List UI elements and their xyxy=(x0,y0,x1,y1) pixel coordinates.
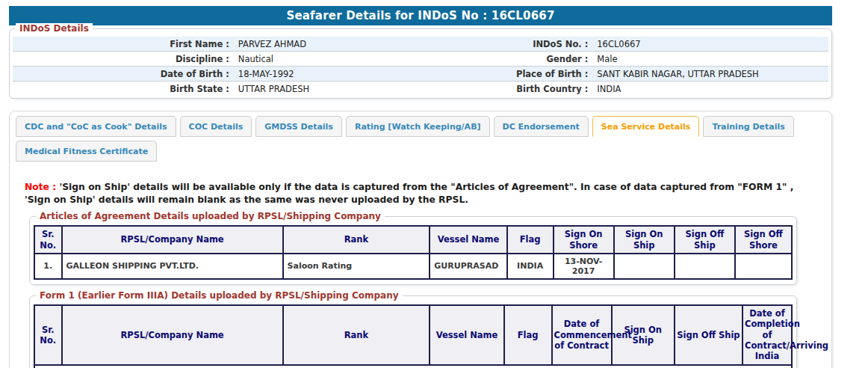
birth-country-label: Birth Country : xyxy=(477,84,592,94)
gender-label: Gender : xyxy=(477,54,592,64)
tab-rating-watch-keeping[interactable]: Rating [Watch Keeping/AB] xyxy=(346,116,490,137)
discipline-value: Nautical xyxy=(233,54,478,64)
first-name-value: PARVEZ AHMAD xyxy=(233,39,478,49)
form1-details-caption: Form 1 (Earlier Form IIIA) Details uploa… xyxy=(36,290,403,301)
column-header-flag: Flag xyxy=(507,226,554,254)
cell-rank: Saloon Rating xyxy=(283,254,430,279)
form1-empty-row: Form IIIA Details not found xyxy=(34,365,792,368)
cell-sr-no: 1. xyxy=(34,254,62,279)
indos-no-value: 16CL0667 xyxy=(592,39,828,49)
tab-gmdss-details[interactable]: GMDSS Details xyxy=(255,116,342,137)
date-of-birth-label: Date of Birth : xyxy=(13,69,233,79)
column-header-rank: Rank xyxy=(283,226,430,254)
indos-details-legend: INDoS Details xyxy=(16,23,93,34)
page-container: Seafarer Details for INDoS No : 16CL0667… xyxy=(9,6,832,368)
column-header-vessel: Vessel Name xyxy=(430,226,506,254)
cell-sign-on-ship xyxy=(614,254,675,279)
column-header-flag: Flag xyxy=(504,305,552,365)
agreement-details-fieldset: Articles of Agreement Details uploaded b… xyxy=(29,216,797,285)
place-of-birth-label: Place of Birth : xyxy=(477,69,592,79)
tab-strip: CDC and "CoC as Cook" Details COC Detail… xyxy=(16,116,825,162)
indos-details-fieldset: INDoS Details First Name : PARVEZ AHMAD … xyxy=(9,28,832,99)
gender-value: Male xyxy=(592,54,828,64)
birth-country-value: INDIA xyxy=(592,84,828,94)
indos-no-label: INDoS No. : xyxy=(477,39,592,49)
tab-dc-endorsement[interactable]: DC Endorsement xyxy=(494,116,589,137)
cell-flag: INDIA xyxy=(507,254,554,279)
column-header-sign-on-shore: Sign On Shore xyxy=(554,226,614,254)
agreement-details-table: Sr. No. RPSL/Company Name Rank Vessel Na… xyxy=(34,225,793,280)
column-header-date-commencement: Date of Commencement of Contract xyxy=(552,305,612,365)
column-header-sr-no: Sr. No. xyxy=(34,305,62,365)
tab-coc-details[interactable]: COC Details xyxy=(180,116,252,137)
cell-company: GALLEON SHIPPING PVT.LTD. xyxy=(62,254,283,279)
tab-cdc-coc-cook[interactable]: CDC and "CoC as Cook" Details xyxy=(16,116,176,137)
note-prefix: Note : xyxy=(25,182,56,192)
tab-training-details[interactable]: Training Details xyxy=(703,116,793,137)
cell-vessel: GURUPRASAD xyxy=(430,254,506,279)
cell-sign-off-shore xyxy=(735,254,792,279)
birth-state-value: UTTAR PRADESH xyxy=(233,84,478,94)
birth-state-label: Birth State : xyxy=(13,84,233,94)
column-header-company: RPSL/Company Name xyxy=(62,226,283,254)
indos-row-state: Birth State : UTTAR PRADESH Birth Countr… xyxy=(13,82,828,96)
indos-row-name: First Name : PARVEZ AHMAD INDoS No. : 16… xyxy=(13,37,828,52)
indos-row-discipline: Discipline : Nautical Gender : Male xyxy=(13,52,828,67)
tab-content-panel: CDC and "CoC as Cook" Details COC Detail… xyxy=(9,111,832,368)
column-header-sign-off-ship: Sign Off Ship xyxy=(675,226,735,254)
note-text: 'Sign on Ship' details will be available… xyxy=(25,182,793,205)
date-of-birth-value: 18-MAY-1992 xyxy=(233,69,478,79)
sign-on-ship-note: Note : 'Sign on Ship' details will be av… xyxy=(25,181,815,206)
column-header-sign-off-shore: Sign Off Shore xyxy=(735,226,792,254)
indos-row-birth: Date of Birth : 18-MAY-1992 Place of Bir… xyxy=(13,67,828,82)
tab-medical-fitness-certificate[interactable]: Medical Fitness Certificate xyxy=(16,141,157,162)
column-header-company: RPSL/Company Name xyxy=(62,305,283,365)
column-header-sign-on-ship: Sign On Ship xyxy=(614,226,675,254)
agreement-data-row: 1. GALLEON SHIPPING PVT.LTD. Saloon Rati… xyxy=(34,254,792,279)
column-header-vessel: Vessel Name xyxy=(430,305,503,365)
column-header-rank: Rank xyxy=(283,305,430,365)
page-title: Seafarer Details for INDoS No : 16CL0667 xyxy=(9,6,832,25)
column-header-sr-no: Sr. No. xyxy=(34,226,62,254)
form1-header-row: Sr. No. RPSL/Company Name Rank Vessel Na… xyxy=(34,305,792,365)
discipline-label: Discipline : xyxy=(13,54,233,64)
tab-sea-service-details[interactable]: Sea Service Details xyxy=(592,116,700,137)
place-of-birth-value: SANT KABIR NAGAR, UTTAR PRADESH xyxy=(592,69,828,79)
cell-sign-on-shore: 13-NOV-2017 xyxy=(554,254,614,279)
form1-details-table: Sr. No. RPSL/Company Name Rank Vessel Na… xyxy=(34,304,793,368)
agreement-header-row: Sr. No. RPSL/Company Name Rank Vessel Na… xyxy=(34,226,792,254)
first-name-label: First Name : xyxy=(13,39,233,49)
column-header-sign-off-ship: Sign Off Ship xyxy=(675,305,743,365)
agreement-details-caption: Articles of Agreement Details uploaded b… xyxy=(36,211,385,221)
cell-sign-off-ship xyxy=(675,254,735,279)
form1-empty-message: Form IIIA Details not found xyxy=(34,365,792,368)
column-header-date-completion: Date of Completion of Contract/Arriving … xyxy=(743,305,792,365)
form1-details-fieldset: Form 1 (Earlier Form IIIA) Details uploa… xyxy=(29,295,797,368)
